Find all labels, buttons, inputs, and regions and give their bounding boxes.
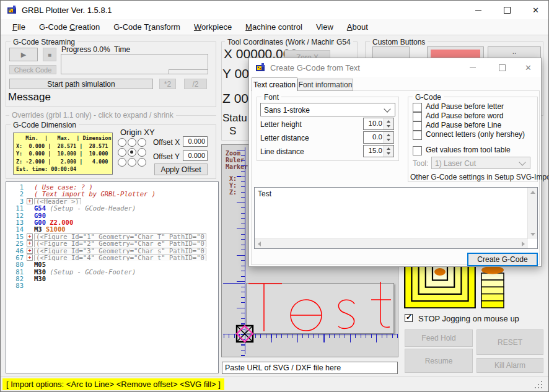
editor-line-11[interactable]: 11G54 (Setup - GCode-Header) xyxy=(6,204,218,211)
origin-radio-4[interactable] xyxy=(128,148,136,157)
letter-distance-spinner[interactable]: 0.0 xyxy=(363,131,394,144)
letter-distance-label: Letter distance xyxy=(260,134,309,142)
close-button[interactable]: ✕ xyxy=(522,1,549,19)
gcode-option-checkbox-3[interactable] xyxy=(413,131,422,140)
play-button[interactable]: ▶ xyxy=(9,48,38,61)
tab-text-creation[interactable]: Text creation xyxy=(252,77,297,91)
kill-alarm-button[interactable]: Kill Alarm xyxy=(477,358,543,373)
line-number: 67 xyxy=(6,254,26,261)
dialog-maximize-button[interactable] xyxy=(488,58,516,77)
origin-radio-2[interactable] xyxy=(138,138,146,147)
fold-margin xyxy=(26,204,34,211)
status-label: Statu xyxy=(222,112,247,124)
editor-line-25[interactable]: 25+(<Figure Id="2" Geometry="Char e" Pat… xyxy=(6,240,218,246)
tool-combobox[interactable]: 1) Laser Cut xyxy=(431,157,530,169)
menu-workpiece[interactable]: Workpiece xyxy=(187,20,239,34)
start-simulation-button[interactable]: Start path simulation xyxy=(9,79,153,89)
fold-toggle-icon[interactable]: + xyxy=(26,198,34,204)
text-input-area[interactable]: Test xyxy=(254,187,538,249)
editor-line-80[interactable]: 80M05 xyxy=(6,261,218,268)
offset-x-field[interactable]: 0.000 xyxy=(183,136,208,147)
editor-line-3[interactable]: 3+(<Header >) xyxy=(6,198,218,204)
jog-xy-pad[interactable] xyxy=(404,267,476,308)
create-gcode-button[interactable]: Create G-Code xyxy=(467,253,538,266)
menu-g-code-transform[interactable]: G-Code Transform xyxy=(107,20,187,34)
editor-line-82[interactable]: 82M30 xyxy=(6,275,218,282)
check-code-button[interactable]: Check Code xyxy=(9,65,56,74)
origin-radio-0[interactable] xyxy=(118,138,126,147)
editor-line-67[interactable]: 67+(<Figure Id="4" Geometry="Char t" Pat… xyxy=(6,254,218,261)
horizontal-scrollbar[interactable] xyxy=(255,238,528,248)
coord-z-value: Z 00 xyxy=(222,91,248,106)
fold-toggle-icon[interactable]: + xyxy=(26,254,34,261)
line-code: M3 S1000 xyxy=(34,225,218,232)
fold-toggle-icon[interactable]: + xyxy=(26,240,34,246)
vertical-scrollbar[interactable] xyxy=(527,188,537,239)
editor-line-2[interactable]: 2( Text import by GRBL-Plotter ) xyxy=(6,190,218,197)
origin-radio-1[interactable] xyxy=(128,138,136,147)
resume-button[interactable]: Resume xyxy=(405,349,473,373)
dialog-minimize-button[interactable] xyxy=(459,58,486,77)
menu-g-code-creation[interactable]: G-Code Creation xyxy=(32,20,107,34)
dimension-table: Min. | Max. | DimensionX: 0.000 | 28.571… xyxy=(13,133,113,175)
fold-toggle-icon[interactable]: + xyxy=(26,233,34,240)
offset-y-field[interactable]: 0.000 xyxy=(183,150,208,161)
editor-line-81[interactable]: 81M30 (Setup - GCode-Footer) xyxy=(6,268,218,275)
origin-radio-7[interactable] xyxy=(128,158,136,167)
editor-line-13[interactable]: 13G00 Z2.000 xyxy=(6,219,218,225)
editor-line-14[interactable]: 14M3 S1000 xyxy=(6,225,218,232)
line-number: 15 xyxy=(6,233,26,240)
origin-radio-3[interactable] xyxy=(118,148,126,157)
menu-view[interactable]: View xyxy=(309,20,340,34)
line-number: 1 xyxy=(6,183,26,190)
stop-jogging-checkbox[interactable]: ✓ xyxy=(405,314,413,322)
jog-z-bar[interactable] xyxy=(480,266,505,309)
line-number: 2 xyxy=(6,190,26,197)
menu-about[interactable]: About xyxy=(340,20,375,34)
menu-file[interactable]: File xyxy=(6,20,32,34)
origin-radio-6[interactable] xyxy=(118,158,126,167)
editor-line-15[interactable]: 15+(<Figure Id="1" Geometry="Char T" Pat… xyxy=(6,233,218,240)
offset-x-label: Offset X xyxy=(153,138,180,147)
origin-radio-5[interactable] xyxy=(138,148,146,157)
gcode-option-checkbox-1[interactable] xyxy=(413,112,422,121)
play-icon: ▶ xyxy=(21,51,26,59)
menu-machine-control[interactable]: Machine control xyxy=(239,20,309,34)
spinner-arrows[interactable] xyxy=(384,118,393,129)
tab-font-information[interactable]: Font information xyxy=(297,79,353,91)
gcode-option-label-1: Add Pause before word xyxy=(426,111,503,120)
maximize-button[interactable] xyxy=(493,1,521,19)
resize-grip[interactable] xyxy=(535,381,543,390)
line-distance-spinner[interactable]: 15.0 xyxy=(363,145,394,157)
line-distance-value: 15.0 xyxy=(369,147,382,154)
feed-hold-button[interactable]: Feed Hold xyxy=(405,329,473,347)
font-combobox[interactable]: Sans 1-stroke xyxy=(260,103,395,116)
editor-line-1[interactable]: 1( Use case: ? ) xyxy=(6,183,218,190)
letter-height-spinner[interactable]: 10.0 xyxy=(363,118,394,130)
gcode-option-checkbox-4[interactable] xyxy=(413,146,422,155)
apply-offset-button[interactable]: Apply Offset xyxy=(154,163,208,175)
editor-line-46[interactable]: 46+(<Figure Id="3" Geometry="Char s" Pat… xyxy=(6,247,218,254)
spinner-arrows[interactable] xyxy=(384,146,393,157)
message-label: Message xyxy=(8,91,51,103)
speed-x2-button[interactable]: *2 xyxy=(159,79,176,89)
minimize-button[interactable] xyxy=(464,1,492,19)
stop-button[interactable]: ■ xyxy=(43,48,56,61)
scroll-left-icon xyxy=(258,242,261,246)
dialog-close-button[interactable]: ✕ xyxy=(516,58,541,77)
letter-height-label: Letter height xyxy=(260,120,302,129)
origin-radio-8[interactable] xyxy=(138,158,146,167)
gcode-option-checkbox-0[interactable] xyxy=(413,103,422,112)
text-input-value: Test xyxy=(258,189,271,198)
svg-url-input[interactable]: Paste URL of SVG / DXF file here xyxy=(222,362,398,374)
editor-line-12[interactable]: 12G90 xyxy=(6,212,218,219)
reset-button[interactable]: RESET xyxy=(477,329,543,355)
speed-div2-button[interactable]: /2 xyxy=(184,79,207,89)
fold-toggle-icon[interactable]: + xyxy=(26,247,34,254)
gcode-editor[interactable]: 1( Use case: ? )2( Text import by GRBL-P… xyxy=(6,181,219,373)
tool-label: Tool: xyxy=(413,159,428,168)
overrides-title[interactable]: Overrides (grbl 1.1 only) - click to exp… xyxy=(9,111,176,120)
editor-line-83[interactable]: 83 xyxy=(6,282,218,289)
spinner-arrows[interactable] xyxy=(384,132,393,143)
gcode-option-checkbox-2[interactable] xyxy=(413,121,422,131)
